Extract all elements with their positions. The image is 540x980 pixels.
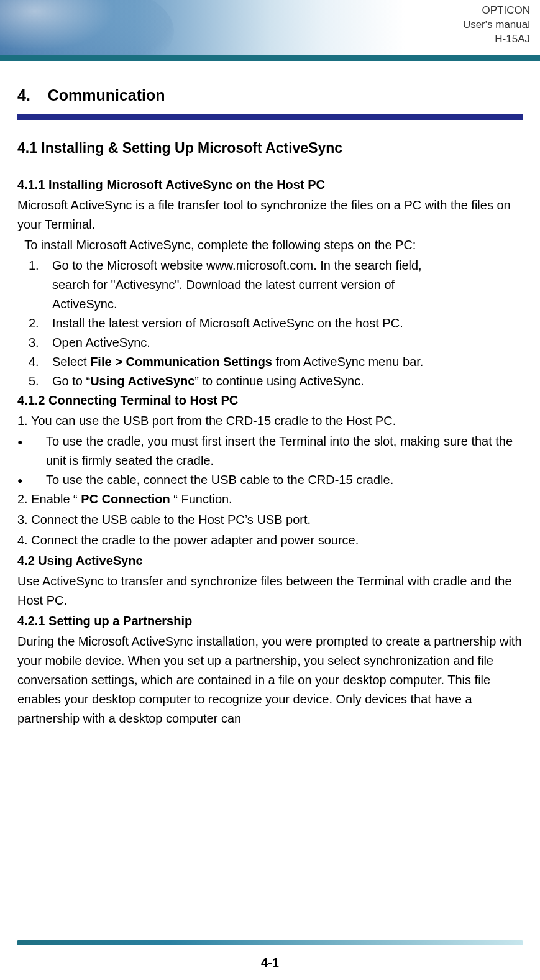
list-item: ● To use the cradle, you must first inse… (17, 432, 523, 470)
text-fragment: ” to continue using ActiveSync. (194, 374, 364, 388)
header-decoration (0, 0, 174, 61)
step-number: 3. (17, 333, 52, 352)
section-4-2-heading: 4.2 Using ActiveSync (17, 551, 523, 570)
section-4-1-heading: 4.1 Installing & Setting Up Microsoft Ac… (17, 137, 523, 160)
step-text: Go to the Microsoft website www.microsof… (52, 256, 523, 314)
bold-text: File > Communication Settings (90, 355, 272, 369)
page: OPTICON User's manual H-15AJ 4. Communic… (0, 0, 540, 980)
section-4-1-1-heading: 4.1.1 Installing Microsoft ActiveSync on… (17, 175, 523, 195)
step-text: Select File > Communication Settings fro… (52, 352, 523, 372)
step-number: 4. (17, 352, 52, 372)
list-item: 4. Select File > Communication Settings … (17, 352, 523, 372)
text-fragment: Select (52, 355, 90, 369)
text-fragment: Go to “ (52, 374, 90, 388)
text-fragment: search for "Activesync". Download the la… (52, 278, 395, 291)
list-item: 2. Install the latest version of Microso… (17, 314, 523, 333)
section-4-1-2-line3: 3. Connect the USB cable to the Host PC’… (17, 510, 523, 529)
section-4-1-2-line4: 4. Connect the cradle to the power adapt… (17, 531, 523, 550)
chapter-rule (17, 114, 523, 120)
bold-text: Using ActiveSync (90, 374, 194, 388)
step-number: 2. (17, 314, 52, 333)
text-fragment: ActiveSync. (52, 297, 117, 311)
bullet-icon: ● (17, 432, 46, 470)
text-fragment: from ActiveSync menu bar. (272, 355, 423, 369)
text-fragment: Go to the Microsoft website www.microsof… (52, 259, 422, 272)
bullet-text: To use the cradle, you must first insert… (46, 432, 523, 470)
section-4-1-1-lead: To install Microsoft ActiveSync, complet… (17, 236, 523, 255)
section-4-2-1-heading: 4.2.1 Setting up a Partnership (17, 611, 523, 631)
section-4-2-intro: Use ActiveSync to transfer and synchroni… (17, 572, 523, 610)
list-item: ● To use the cable, connect the USB cabl… (17, 470, 523, 490)
list-item: 1. Go to the Microsoft website www.micro… (17, 256, 523, 314)
bullet-icon: ● (17, 470, 46, 490)
section-4-1-1-intro: Microsoft ActiveSync is a file transfer … (17, 196, 523, 234)
footer-rule (17, 940, 523, 945)
step-text: Install the latest version of Microsoft … (52, 314, 523, 333)
page-number: 4-1 (0, 956, 540, 970)
header-brand: OPTICON (463, 4, 530, 18)
install-steps-list: 1. Go to the Microsoft website www.micro… (17, 256, 523, 391)
header-manual: User's manual (463, 18, 530, 32)
header-text-block: OPTICON User's manual H-15AJ (463, 4, 530, 47)
chapter-title: 4. Communication (17, 83, 523, 108)
bullet-list: ● To use the cradle, you must first inse… (17, 432, 523, 490)
text-fragment: 2. Enable “ (17, 492, 81, 506)
bold-text: PC Connection (81, 492, 170, 506)
step-number: 1. (17, 256, 52, 314)
content: 4. Communication 4.1 Installing & Settin… (17, 61, 523, 728)
section-4-1-2-heading: 4.1.2 Connecting Terminal to Host PC (17, 391, 523, 410)
chapter-name: Communication (48, 86, 165, 104)
header-banner: OPTICON User's manual H-15AJ (0, 0, 540, 61)
step-text: Open ActiveSync. (52, 333, 523, 352)
text-fragment: “ Function. (170, 492, 232, 506)
list-item: 5. Go to “Using ActiveSync” to continue … (17, 372, 523, 391)
section-4-1-2-line2: 2. Enable “ PC Connection “ Function. (17, 490, 523, 509)
chapter-number: 4. (17, 86, 30, 104)
step-text: Go to “Using ActiveSync” to continue usi… (52, 372, 523, 391)
bullet-text: To use the cable, connect the USB cable … (46, 470, 523, 490)
section-4-1-2-line1: 1. You can use the USB port from the CRD… (17, 411, 523, 431)
list-item: 3. Open ActiveSync. (17, 333, 523, 352)
header-model: H-15AJ (463, 32, 530, 47)
step-number: 5. (17, 372, 52, 391)
section-4-2-1-body: During the Microsoft ActiveSync installa… (17, 632, 523, 728)
